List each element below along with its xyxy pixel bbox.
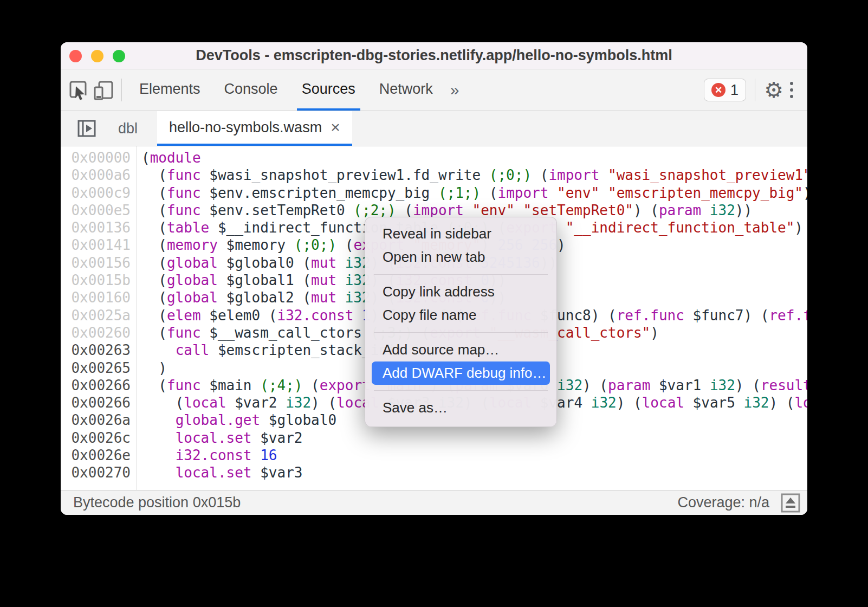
line-address[interactable]: 0x00263: [61, 341, 136, 359]
settings-gear-icon[interactable]: ⚙: [764, 79, 783, 101]
line-address[interactable]: 0x000c9: [61, 184, 136, 202]
panel-tabs: ElementsConsoleSourcesNetwork: [127, 69, 445, 111]
menu-separator: [374, 390, 548, 391]
line-address[interactable]: 0x00000: [61, 149, 136, 166]
line-address[interactable]: 0x00266: [61, 394, 136, 411]
menu-item-open-in-new-tab[interactable]: Open in new tab: [365, 246, 556, 269]
menu-item-copy-file-name[interactable]: Copy file name: [365, 304, 556, 327]
line-address[interactable]: 0x00265: [61, 359, 136, 377]
coverage-label: Coverage: n/a: [677, 494, 769, 511]
context-menu: Reveal in sidebarOpen in new tabCopy lin…: [365, 217, 557, 427]
toolbar-divider-right: [755, 79, 755, 101]
menu-separator: [374, 274, 548, 275]
line-address[interactable]: 0x0025a: [61, 307, 136, 324]
panel-tab-sources[interactable]: Sources: [297, 69, 360, 111]
more-panels-icon[interactable]: »: [445, 81, 465, 99]
line-address[interactable]: 0x00260: [61, 324, 136, 341]
bytecode-position-label: Bytecode position 0x015b: [73, 494, 241, 511]
line-address[interactable]: 0x00136: [61, 219, 136, 236]
menu-separator: [374, 332, 548, 333]
menu-item-reveal-in-sidebar[interactable]: Reveal in sidebar: [365, 222, 556, 246]
traffic-lights: [69, 50, 125, 62]
line-address[interactable]: 0x0026e: [61, 447, 136, 464]
code-line: i32.const 16: [141, 447, 807, 464]
close-tab-icon[interactable]: ×: [331, 119, 340, 135]
error-count: 1: [730, 82, 739, 99]
menu-item-copy-link-address[interactable]: Copy link address: [365, 280, 556, 304]
expand-drawer-icon[interactable]: [780, 493, 801, 513]
status-bar: Bytecode position 0x015b Coverage: n/a: [61, 490, 807, 515]
line-address[interactable]: 0x0026c: [61, 429, 136, 447]
customize-menu-icon[interactable]: [783, 82, 800, 98]
minimize-window-button[interactable]: [91, 50, 103, 62]
file-tab-label: hello-no-symbols.wasm: [169, 119, 322, 136]
devtools-toolbar: ElementsConsoleSourcesNetwork » ✕ 1 ⚙: [61, 69, 807, 111]
window-title: DevTools - emscripten-dbg-stories.netlif…: [196, 47, 672, 64]
line-address[interactable]: 0x00270: [61, 464, 136, 481]
title-bar: DevTools - emscripten-dbg-stories.netlif…: [61, 42, 807, 69]
line-address[interactable]: 0x000a6: [61, 166, 136, 184]
close-window-button[interactable]: [69, 50, 82, 62]
line-address[interactable]: 0x00156: [61, 254, 136, 272]
error-badge[interactable]: ✕ 1: [704, 79, 746, 101]
panel-tab-elements[interactable]: Elements: [134, 69, 205, 111]
file-tab-strip: dbl hello-no-symbols.wasm ×: [61, 111, 807, 146]
menu-item-save-as[interactable]: Save as…: [365, 396, 556, 419]
show-navigator-icon[interactable]: [61, 111, 105, 146]
error-circle-icon: ✕: [711, 83, 726, 97]
code-line: (func $wasi_snapshot_preview1.fd_write (…: [141, 166, 807, 184]
line-address[interactable]: 0x00160: [61, 289, 136, 306]
menu-item-add-dwarf-debug-info[interactable]: Add DWARF debug info…: [372, 361, 550, 385]
panel-tab-console[interactable]: Console: [219, 69, 283, 111]
code-line: (module: [141, 149, 807, 166]
line-address[interactable]: 0x00141: [61, 236, 136, 254]
line-address[interactable]: 0x0026a: [61, 411, 136, 429]
line-address[interactable]: 0x0015b: [61, 272, 136, 289]
code-line: (func $env.emscripten_memcpy_big (;1;) (…: [141, 184, 807, 202]
navigator-group-label[interactable]: dbl: [105, 111, 157, 146]
code-line: local.set $var3: [141, 464, 807, 481]
panel-tab-network[interactable]: Network: [374, 69, 438, 111]
menu-item-add-source-map[interactable]: Add source map…: [365, 338, 556, 361]
line-address[interactable]: 0x000e5: [61, 202, 136, 219]
inspect-element-icon[interactable]: [66, 78, 91, 102]
line-address[interactable]: 0x00266: [61, 377, 136, 394]
code-line: local.set $var2: [141, 429, 807, 447]
device-toolbar-icon[interactable]: [91, 78, 116, 102]
address-gutter: 0x000000x000a60x000c90x000e50x001360x001…: [61, 146, 137, 490]
zoom-window-button[interactable]: [113, 50, 125, 62]
file-tab-wasm[interactable]: hello-no-symbols.wasm ×: [157, 111, 352, 146]
toolbar-divider: [121, 79, 122, 101]
